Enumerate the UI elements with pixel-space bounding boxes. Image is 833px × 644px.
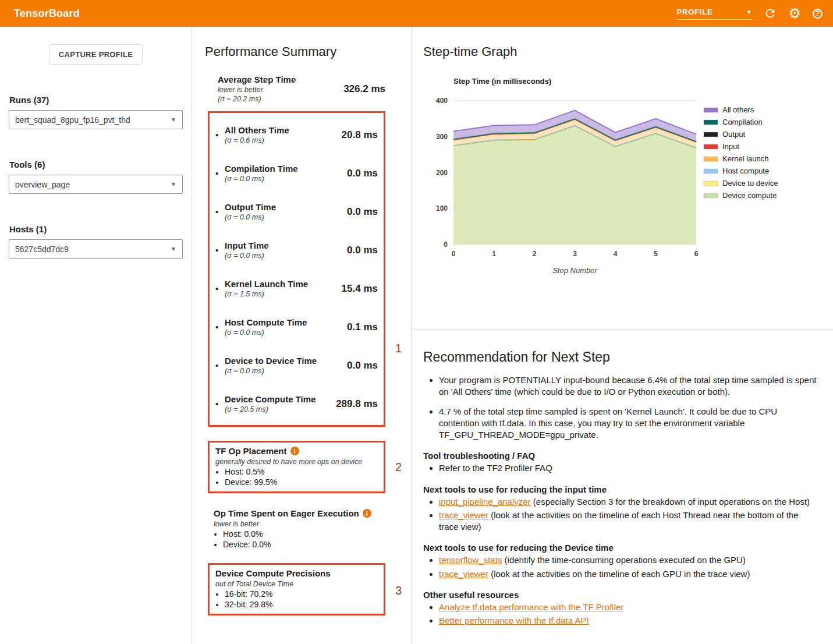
average-step-time-sigma: (σ = 20.2 ms) [218, 95, 296, 103]
svg-text:Device to device: Device to device [722, 179, 778, 187]
input-pipeline-analyzer-link[interactable]: input_pipeline_analyzer [439, 497, 531, 507]
summary-item-sigma: (σ = 0.0 ms) [225, 175, 347, 183]
settings-gear-icon[interactable]: ⚙ [788, 6, 801, 20]
svg-text:0: 0 [444, 240, 448, 249]
info-icon[interactable]: i [290, 447, 299, 455]
tensorflow-stats-link[interactable]: tensorflow_stats [439, 555, 502, 565]
eager-title-row: Op Time Spent on Eager Execution i [214, 508, 385, 518]
eager-title: Op Time Spent on Eager Execution [214, 508, 359, 518]
reload-icon[interactable] [764, 7, 777, 20]
svg-text:All others: All others [722, 105, 754, 114]
tfdata-api-link[interactable]: Better performance with the tf.data API [439, 615, 589, 625]
item-text: (especially Section 3 for the breakdown … [531, 497, 810, 507]
trace-viewer-link[interactable]: trace_viewer [439, 569, 488, 579]
bullet-dot: • [215, 245, 225, 255]
sidebar: CAPTURE PROFILE Runs (37) bert_squad_8gp… [0, 27, 192, 644]
summary-item-text: Output Time (σ = 0.0 ms) [225, 202, 347, 221]
item-text: (look at the activities on the timeline … [488, 569, 750, 579]
annotation-number-1: 1 [395, 342, 402, 355]
resource-item: Better performance with the tf.data API [439, 615, 819, 627]
summary-item-text: All Others Time (σ = 0.6 ms) [225, 125, 342, 144]
svg-text:Kernel launch: Kernel launch [722, 154, 769, 163]
summary-item-label: Device Compute Time [225, 394, 336, 404]
summary-item-label: Output Time [225, 202, 347, 212]
svg-text:300: 300 [436, 133, 448, 141]
annotation-box-1: • All Others Time (σ = 0.6 ms) 20.8 ms •… [208, 111, 385, 427]
tf-op-placement-device: Device: 99.5% [225, 477, 378, 487]
tools-select[interactable]: overview_page ▼ [9, 175, 183, 194]
hosts-select[interactable]: 5627c5dd7dc9 ▼ [9, 239, 183, 259]
annotation-number-3: 3 [395, 584, 402, 597]
resources-header: Other useful resources [423, 590, 819, 600]
summary-item-label: Kernel Launch Time [225, 279, 342, 289]
runs-label: Runs (37) [9, 95, 182, 105]
summary-item-value: 15.4 ms [342, 283, 378, 295]
summary-item-sigma: (σ = 1.5 ms) [225, 290, 342, 298]
summary-item-label: Compilation Time [225, 164, 347, 174]
input-tool-item: trace_viewer (look at the activities on … [439, 509, 819, 533]
chevron-down-icon: ▼ [171, 246, 176, 252]
page-body: CAPTURE PROFILE Runs (37) bert_squad_8gp… [0, 27, 833, 644]
summary-item-value: 0.0 ms [347, 360, 378, 371]
info-icon[interactable]: i [363, 509, 371, 518]
summary-item-text: Device Compute Time (σ = 20.5 ms) [225, 394, 336, 413]
tools-label: Tools (6) [9, 160, 182, 169]
top-bar: TensorBoard PROFILE ▼ ⚙ ? [0, 0, 833, 27]
eager-execution-block: Op Time Spent on Eager Execution i lower… [214, 508, 385, 549]
summary-item-row: • All Others Time (σ = 0.6 ms) 20.8 ms [215, 115, 378, 154]
svg-text:Output: Output [722, 130, 745, 139]
summary-item-text: Host Compute Time (σ = 0.0 ms) [225, 317, 347, 337]
summary-item-text: Compilation Time (σ = 0.0 ms) [225, 164, 347, 183]
precisions-list: 16-bit: 70.2% 32-bit: 29.8% [215, 589, 378, 609]
annotation-number-2: 2 [395, 461, 402, 474]
trace-viewer-link[interactable]: trace_viewer [439, 510, 488, 520]
annotation-box-2: TF Op Placement i generally desired to h… [208, 441, 385, 493]
svg-text:Host compute: Host compute [722, 167, 769, 175]
input-tools-list: input_pipeline_analyzer (especially Sect… [423, 496, 819, 533]
tools-select-value: overview_page [15, 180, 70, 189]
summary-item-text: Kernel Launch Time (σ = 1.5 ms) [225, 279, 342, 298]
summary-item-row: • Compilation Time (σ = 0.0 ms) 0.0 ms [215, 154, 378, 192]
tensorboard-app: TensorBoard PROFILE ▼ ⚙ ? CAPTURE PROFIL… [0, 0, 833, 644]
tfdata-performance-link[interactable]: Analyze tf.data performance with the TF … [439, 602, 623, 612]
eager-host: Host: 0.0% [223, 529, 385, 539]
summary-item-value: 289.8 ms [336, 398, 378, 410]
summary-item-value: 0.1 ms [347, 321, 378, 333]
dashboard-selector[interactable]: PROFILE ▼ [676, 8, 752, 20]
capture-profile-button[interactable]: CAPTURE PROFILE [49, 44, 143, 65]
precision-16bit: 16-bit: 70.2% [225, 589, 378, 599]
device-tools-list: tensorflow_stats (identify the time-cons… [423, 554, 819, 580]
app-title: TensorBoard [14, 8, 80, 20]
summary-item-row: • Device Compute Time (σ = 20.5 ms) 289.… [215, 384, 378, 423]
precision-32bit: 32-bit: 29.8% [225, 600, 378, 609]
summary-item-sigma: (σ = 0.0 ms) [225, 213, 347, 221]
svg-text:6: 6 [694, 250, 699, 258]
performance-summary-title: Performance Summary [205, 44, 411, 59]
device-tool-item: tensorflow_stats (identify the time-cons… [439, 554, 819, 566]
performance-summary-panel: Performance Summary Average Step Time lo… [192, 27, 412, 644]
tf-op-placement-title: TF Op Placement [215, 446, 287, 456]
device-tools-header: Next tools to use for reducing the Devic… [423, 543, 819, 553]
bullet-dot: • [215, 168, 225, 178]
recommendation-bullet: 4.7 % of the total step time sampled is … [439, 406, 819, 441]
tf-op-placement-list: Host: 0.5% Device: 99.5% [215, 467, 378, 487]
annotation-box-2-wrap: TF Op Placement i generally desired to h… [208, 441, 385, 493]
right-panel: Step-time Graph Step Time (in millisecon… [412, 27, 833, 644]
eager-list: Host: 0.0% Device: 0.0% [214, 529, 385, 549]
summary-item-sigma: (σ = 0.0 ms) [225, 367, 347, 375]
input-tool-item: input_pipeline_analyzer (especially Sect… [439, 496, 819, 508]
summary-item-row: • Device to Device Time (σ = 0.0 ms) 0.0… [215, 346, 378, 384]
svg-text:100: 100 [436, 204, 448, 213]
item-text: (look at the activities on the timeline … [439, 510, 799, 532]
average-step-time-label: Average Step Time [218, 75, 296, 84]
summary-item-label: Input Time [225, 240, 347, 250]
help-icon[interactable]: ? [813, 9, 823, 19]
summary-item-row: • Kernel Launch Time (σ = 1.5 ms) 15.4 m… [215, 269, 378, 307]
summary-item-text: Input Time (σ = 0.0 ms) [225, 240, 347, 260]
precisions-title-row: Device Compute Precisions [215, 568, 378, 578]
average-step-time-text: Average Step Time lower is better (σ = 2… [218, 75, 296, 103]
faq-list: Refer to the TF2 Profiler FAQ [423, 462, 819, 474]
svg-text:4: 4 [614, 250, 618, 258]
chevron-down-icon: ▼ [171, 181, 176, 187]
runs-select[interactable]: bert_squad_8gpu_fp16_pvt_thd ▼ [9, 110, 183, 129]
